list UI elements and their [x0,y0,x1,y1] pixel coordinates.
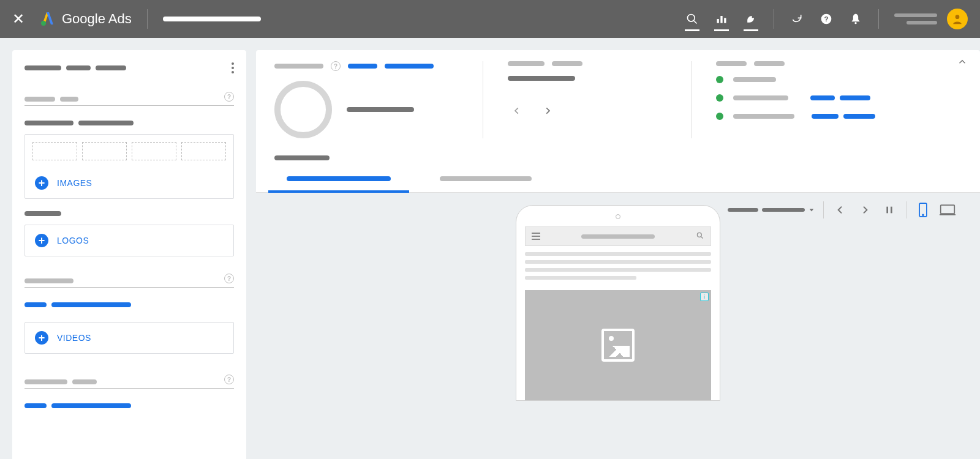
section-heading [24,211,234,216]
link[interactable] [810,95,835,100]
prev-button[interactable] [508,102,526,120]
svg-point-8 [854,22,856,24]
preview-section-label [256,146,980,165]
add-images-label: IMAGES [57,178,92,188]
status-dot-icon [716,94,723,102]
add-videos-button[interactable]: + VIDEOS [25,323,233,353]
help-icon[interactable]: ? [819,12,834,26]
preview-next-button[interactable] [857,202,873,218]
panel-title [24,65,126,70]
svg-rect-4 [720,16,722,23]
input-field[interactable]: ? [24,375,234,389]
reports-icon[interactable] [714,12,729,26]
mock-content-lines [525,246,711,290]
link[interactable] [385,64,434,69]
plus-icon: + [35,234,48,247]
tools-icon[interactable] [744,12,758,26]
phone-speaker-icon [616,214,620,219]
mobile-preview-frame: i [516,205,720,401]
search-icon [696,231,704,242]
ad-strength-ring [274,81,332,138]
svg-text:?: ? [824,15,828,23]
preview-tabs [256,165,980,193]
next-button[interactable] [538,102,557,120]
close-button[interactable]: ✕ [12,10,24,28]
svg-marker-10 [810,209,814,211]
account-name[interactable] [894,13,937,24]
input-field[interactable]: ? [24,274,234,288]
refresh-icon[interactable] [790,12,804,26]
divider [147,9,148,29]
add-videos-label: VIDEOS [57,333,91,343]
ad-strength-label [274,64,323,69]
divider [878,9,879,29]
checklist-item [716,76,937,83]
preview-canvas: i [256,193,980,459]
plus-icon: + [35,331,48,345]
app-header: ✕ Google Ads ? [0,0,980,38]
image-slot[interactable] [32,142,77,160]
svg-line-2 [694,21,697,24]
svg-point-9 [956,15,960,19]
image-slot[interactable] [82,142,127,160]
header-utility: ? [790,12,863,26]
desktop-preview-button[interactable] [940,202,956,218]
mobile-preview-button[interactable] [915,202,931,218]
help-icon[interactable]: ? [224,274,234,283]
svg-rect-5 [724,18,726,23]
plus-icon: + [35,176,48,190]
checklist-item [716,113,937,120]
svg-line-18 [701,236,703,238]
help-icon[interactable]: ? [224,375,234,384]
svg-point-17 [697,233,701,237]
svg-rect-12 [891,207,892,214]
image-slot[interactable] [181,142,226,160]
preview-pause-button[interactable] [881,202,897,218]
help-icon[interactable]: ? [331,61,341,71]
notifications-icon[interactable] [848,12,863,26]
brand-name: Google Ads [62,11,132,27]
label [508,61,545,66]
link-text[interactable] [24,302,234,307]
user-avatar[interactable] [947,9,968,29]
help-icon[interactable]: ? [224,92,234,102]
link[interactable] [843,114,875,119]
label [552,61,582,66]
link-text[interactable] [24,403,234,408]
checklist-item [716,94,937,102]
section-heading [24,121,234,125]
images-asset-box: + IMAGES [24,134,234,199]
adchoices-icon[interactable]: i [700,293,709,301]
search-icon[interactable] [685,12,699,26]
svg-rect-11 [886,207,888,214]
label [716,61,747,66]
link[interactable] [812,114,839,119]
link[interactable] [348,64,377,69]
preview-prev-button[interactable] [832,202,848,218]
divider [774,9,774,29]
link[interactable] [840,95,870,100]
collapse-button[interactable] [957,56,968,70]
videos-asset-box: + VIDEOS [24,322,234,354]
more-menu-button[interactable] [232,62,234,73]
google-ads-logo-icon [40,11,56,27]
preview-tab-2[interactable] [434,165,538,192]
preview-tab-1[interactable] [281,165,397,192]
add-logos-button[interactable]: + LOGOS [25,225,233,256]
svg-point-1 [688,15,695,22]
edit-panel: ? + IMAGES + LOGOS [12,50,246,459]
brand-logo[interactable]: Google Ads [40,11,132,27]
account-selector[interactable] [163,17,261,21]
svg-point-14 [922,214,924,215]
status-dot-icon [716,76,723,83]
preview-format-selector[interactable] [728,207,815,213]
header-tools [685,12,758,26]
ad-image-preview: i [525,290,711,400]
svg-point-0 [41,21,46,26]
ad-strength-summary: ? [256,50,980,146]
add-logos-label: LOGOS [57,236,89,245]
image-slot[interactable] [132,142,176,160]
final-url-field[interactable]: ? [24,92,234,106]
add-images-button[interactable]: + IMAGES [25,168,233,198]
image-placeholder-icon [601,329,635,362]
